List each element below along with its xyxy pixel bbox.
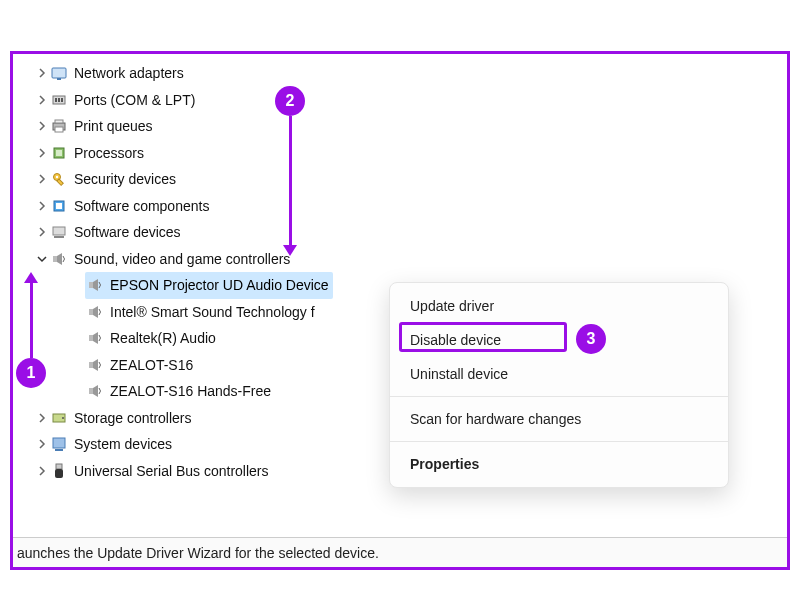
svg-rect-26 [89,362,93,368]
menu-label: Disable device [410,332,501,348]
tree-item-label: Processors [74,140,144,167]
speaker-icon [85,381,105,401]
port-icon [49,90,69,110]
svg-rect-5 [61,98,63,102]
chevron-right-icon[interactable] [35,466,49,476]
menu-disable-device[interactable]: Disable device [390,323,728,357]
annotation-marker-2: 2 [275,86,305,116]
network-icon [49,63,69,83]
svg-point-31 [62,417,64,419]
speaker-icon [85,302,105,322]
tree-item-label: Intel® Smart Sound Technology f [110,299,315,326]
chevron-right-icon[interactable] [35,174,49,184]
tree-item-label: ZEALOT-S16 Hands-Free [110,378,271,405]
annotation-number: 3 [587,330,596,348]
menu-properties[interactable]: Properties [390,447,728,481]
annotation-arrow-1 [30,282,33,358]
svg-rect-16 [53,227,65,235]
speaker-icon [85,275,105,295]
svg-rect-10 [56,150,62,156]
menu-scan-hardware[interactable]: Scan for hardware changes [390,402,728,436]
svg-rect-7 [55,120,63,123]
annotation-arrowhead-1 [24,272,38,283]
tree-item-label: Security devices [74,166,176,193]
svg-rect-28 [89,388,93,394]
cpu-icon [49,143,69,163]
status-text: aunches the Update Driver Wizard for the… [17,545,379,561]
chevron-right-icon[interactable] [35,121,49,131]
svg-marker-27 [93,359,98,371]
svg-rect-18 [53,256,57,262]
menu-separator [390,396,728,397]
chevron-right-icon[interactable] [35,95,49,105]
chevron-down-icon[interactable] [35,254,49,264]
tree-item-label: Sound, video and game controllers [74,246,290,273]
chevron-right-icon[interactable] [35,439,49,449]
svg-rect-32 [53,438,65,448]
menu-label: Properties [410,456,479,472]
tree-item-label: System devices [74,431,172,458]
chevron-right-icon[interactable] [35,227,49,237]
svg-rect-17 [54,236,64,238]
storage-icon [49,408,69,428]
svg-rect-22 [89,309,93,315]
svg-rect-1 [57,78,61,80]
system-icon [49,434,69,454]
annotation-marker-1: 1 [16,358,46,388]
svg-rect-20 [89,282,93,288]
tree-item-software-components[interactable]: Software components [23,193,787,220]
tree-item-label: Universal Serial Bus controllers [74,458,269,485]
speaker-icon [85,355,105,375]
annotation-arrowhead-2 [283,245,297,256]
menu-update-driver[interactable]: Update driver [390,289,728,323]
chevron-right-icon[interactable] [35,68,49,78]
tree-item-label: Software components [74,193,209,220]
tree-item-label: Ports (COM & LPT) [74,87,195,114]
svg-marker-21 [93,279,98,291]
tree-item-security-devices[interactable]: Security devices [23,166,787,193]
svg-rect-0 [52,68,66,78]
tree-item-label: Realtek(R) Audio [110,325,216,352]
menu-uninstall-device[interactable]: Uninstall device [390,357,728,391]
svg-rect-35 [55,469,63,478]
printer-icon [49,116,69,136]
menu-separator [390,441,728,442]
security-icon [49,169,69,189]
svg-marker-25 [93,332,98,344]
tree-item-sound-video-game[interactable]: Sound, video and game controllers [23,246,787,273]
svg-rect-13 [57,179,63,185]
svg-rect-8 [55,127,63,132]
tree-item-label: ZEALOT-S16 [110,352,193,379]
annotation-marker-3: 3 [576,324,606,354]
menu-label: Scan for hardware changes [410,411,581,427]
svg-marker-29 [93,385,98,397]
tree-item-print-queues[interactable]: Print queues [23,113,787,140]
svg-rect-24 [89,335,93,341]
svg-rect-34 [56,464,62,469]
tree-item-processors[interactable]: Processors [23,140,787,167]
svg-rect-4 [58,98,60,102]
tree-item-ports[interactable]: Ports (COM & LPT) [23,87,787,114]
tree-item-software-devices[interactable]: Software devices [23,219,787,246]
chevron-right-icon[interactable] [35,201,49,211]
status-bar: aunches the Update Driver Wizard for the… [13,537,787,567]
annotation-number: 2 [286,92,295,110]
chevron-right-icon[interactable] [35,413,49,423]
svg-rect-33 [55,449,63,451]
menu-label: Uninstall device [410,366,508,382]
svg-point-12 [56,176,58,178]
chevron-right-icon[interactable] [35,148,49,158]
svg-rect-3 [55,98,57,102]
software-device-icon [49,222,69,242]
device-context-menu[interactable]: Update driver Disable device Uninstall d… [389,282,729,488]
component-icon [49,196,69,216]
speaker-icon [49,249,69,269]
annotation-number: 1 [27,364,36,382]
tree-item-label: Storage controllers [74,405,192,432]
tree-item-label: Print queues [74,113,153,140]
tree-item-label: Network adapters [74,60,184,87]
usb-icon [49,461,69,481]
tree-item-label: EPSON Projector UD Audio Device [110,272,329,299]
tree-item-network-adapters[interactable]: Network adapters [23,60,787,87]
tree-item-label: Software devices [74,219,181,246]
